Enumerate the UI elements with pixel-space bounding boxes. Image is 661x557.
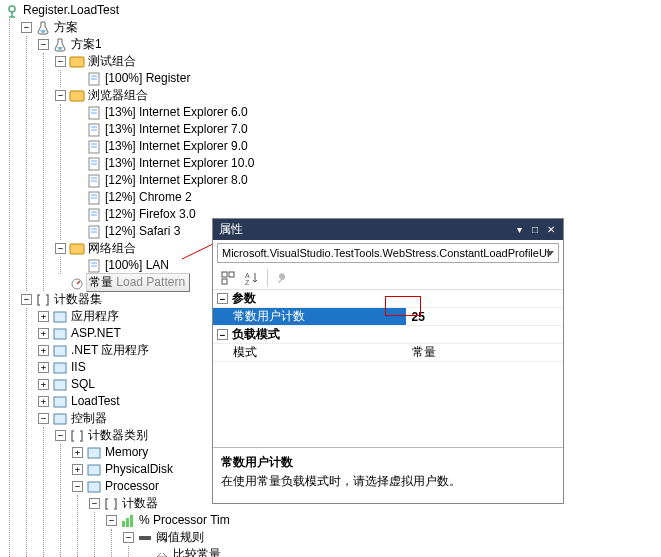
category-label: 参数	[232, 290, 256, 307]
object-selector-dropdown[interactable]: Microsoft.VisualStudio.TestTools.WebStre…	[217, 243, 559, 263]
expand-toggle[interactable]: +	[72, 447, 83, 458]
block-icon	[86, 479, 102, 495]
collapse-toggle[interactable]: −	[55, 90, 66, 101]
collapse-toggle[interactable]: −	[89, 498, 100, 509]
close-icon[interactable]: ✕	[543, 223, 559, 237]
tree-label: PhysicalDisk	[105, 461, 173, 478]
svg-rect-36	[229, 272, 234, 277]
tree-item[interactable]: [13%] Internet Explorer 10.0	[72, 155, 661, 172]
collapse-toggle[interactable]: −	[38, 413, 49, 424]
block-icon	[86, 462, 102, 478]
tree-label: [12%] Firefox 3.0	[105, 206, 196, 223]
tree-item-loadtest[interactable]: Register.LoadTest	[4, 2, 661, 19]
tree-item-plan1[interactable]: − 方案1	[38, 36, 661, 53]
tree-label: IIS	[71, 359, 86, 376]
tree-item[interactable]: [13%] Internet Explorer 6.0	[72, 104, 661, 121]
tree-item-testmix[interactable]: − 测试组合	[55, 53, 661, 70]
svg-rect-20	[54, 397, 66, 407]
expand-toggle[interactable]: +	[72, 464, 83, 475]
tree-label: [12%] Safari 3	[105, 223, 180, 240]
tree-item-plan[interactable]: − 方案	[21, 19, 661, 36]
collapse-toggle[interactable]: −	[123, 532, 134, 543]
svg-point-0	[9, 6, 15, 12]
block-icon	[52, 309, 68, 325]
dropdown-text: Microsoft.VisualStudio.TestTools.WebStre…	[222, 247, 550, 259]
property-row-mode[interactable]: 模式 常量	[213, 344, 563, 362]
collapse-toggle[interactable]: −	[72, 481, 83, 492]
svg-rect-1	[70, 57, 84, 67]
tree-item-threshold[interactable]: − 阈值规则	[123, 529, 661, 546]
tree-label: [13%] Internet Explorer 6.0	[105, 104, 248, 121]
tree-item[interactable]: [13%] Internet Explorer 9.0	[72, 138, 661, 155]
tree-label: ASP.NET	[71, 325, 121, 342]
expand-toggle[interactable]: +	[38, 379, 49, 390]
wrench-icon[interactable]	[272, 268, 294, 288]
collapse-toggle[interactable]: −	[55, 243, 66, 254]
svg-rect-22	[88, 448, 100, 458]
tree-label: 应用程序	[71, 308, 119, 325]
categorize-button[interactable]	[217, 268, 239, 288]
collapse-toggle[interactable]: −	[21, 22, 32, 33]
tree-label: 计数器类别	[88, 427, 148, 444]
svg-rect-16	[54, 329, 66, 339]
rules-icon	[137, 530, 153, 546]
svg-rect-23	[88, 465, 100, 475]
svg-rect-26	[126, 518, 129, 527]
expand-toggle[interactable]: +	[38, 345, 49, 356]
sort-button[interactable]: AZ	[241, 268, 263, 288]
expand-toggle[interactable]: +	[38, 362, 49, 373]
page-icon	[86, 105, 102, 121]
block-icon	[52, 360, 68, 376]
category-row[interactable]: − 参数	[213, 290, 563, 308]
tree-item[interactable]: [13%] Internet Explorer 7.0	[72, 121, 661, 138]
property-grid[interactable]: − 参数 常数用户计数 25 − 负载模式 模式 常量	[213, 290, 563, 447]
svg-rect-27	[130, 515, 133, 527]
tree-item[interactable]: [12%] Chrome 2	[72, 189, 661, 206]
help-text: 在使用常量负载模式时，请选择虚拟用户数。	[221, 473, 555, 490]
svg-rect-37	[222, 279, 227, 284]
tree-label: [13%] Internet Explorer 10.0	[105, 155, 254, 172]
panel-title: 属性	[219, 221, 511, 238]
tree-label-selected: 常量 Load Pattern	[86, 273, 190, 292]
panel-titlebar[interactable]: 属性 ▾ □ ✕	[213, 219, 563, 240]
collapse-toggle[interactable]: −	[55, 430, 66, 441]
svg-rect-15	[54, 312, 66, 322]
tree-label: 计数器集	[54, 291, 102, 308]
expand-toggle[interactable]: +	[38, 396, 49, 407]
collapse-toggle[interactable]: −	[55, 56, 66, 67]
block-icon	[52, 343, 68, 359]
tree-label: 比较常量	[173, 546, 221, 557]
property-row-usercount[interactable]: 常数用户计数 25	[213, 308, 563, 326]
tree-item-proc-time[interactable]: − % Processor Tim	[106, 512, 661, 529]
expand-toggle[interactable]: +	[38, 328, 49, 339]
tree-label: [13%] Internet Explorer 9.0	[105, 138, 248, 155]
maximize-icon[interactable]: □	[527, 223, 543, 237]
property-value[interactable]: 25	[406, 310, 564, 324]
tree-label: 测试组合	[88, 53, 136, 70]
tree-item-browsermix[interactable]: − 浏览器组合	[55, 87, 661, 104]
tree-label: 网络组合	[88, 240, 136, 257]
svg-text:A: A	[245, 272, 250, 279]
collapse-toggle[interactable]: −	[106, 515, 117, 526]
collapse-toggle[interactable]: −	[38, 39, 49, 50]
category-row[interactable]: − 负载模式	[213, 326, 563, 344]
category-label: 负载模式	[232, 326, 280, 343]
tree-label: 浏览器组合	[88, 87, 148, 104]
brackets-icon	[103, 496, 119, 512]
tree-label: .NET 应用程序	[71, 342, 149, 359]
expand-toggle[interactable]: +	[38, 311, 49, 322]
tree-item[interactable]: [100%] Register	[72, 70, 661, 87]
collapse-toggle[interactable]: −	[217, 329, 228, 340]
collapse-toggle[interactable]: −	[21, 294, 32, 305]
block-icon	[52, 394, 68, 410]
block-icon	[52, 377, 68, 393]
property-value[interactable]: 常量	[406, 344, 564, 361]
tree-label: Processor	[105, 478, 159, 495]
tree-item[interactable]: 比较常量	[140, 546, 661, 557]
help-pane: 常数用户计数 在使用常量负载模式时，请选择虚拟用户数。	[213, 447, 563, 503]
tree-item[interactable]: [12%] Internet Explorer 8.0	[72, 172, 661, 189]
collapse-toggle[interactable]: −	[217, 293, 228, 304]
dropdown-icon[interactable]: ▾	[511, 223, 527, 237]
page-icon	[86, 173, 102, 189]
page-icon	[86, 156, 102, 172]
